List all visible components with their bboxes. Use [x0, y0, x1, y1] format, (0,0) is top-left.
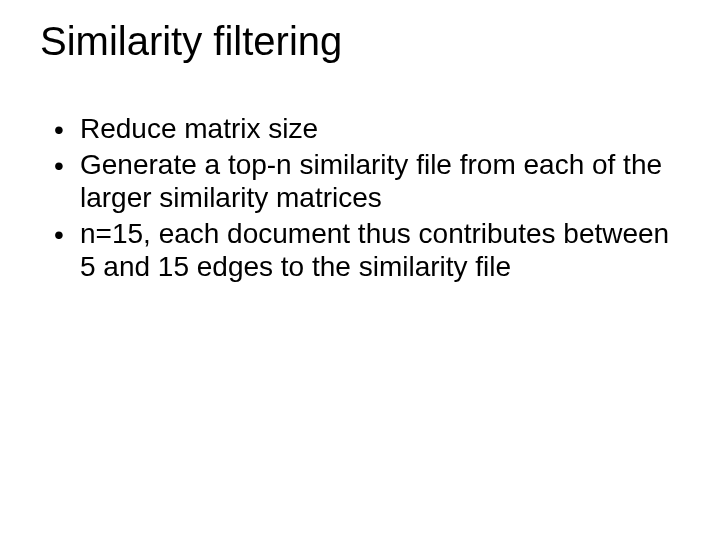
bullet-icon: •	[54, 149, 64, 183]
slide-title: Similarity filtering	[40, 18, 680, 64]
bullet-icon: •	[54, 113, 64, 147]
bullet-text: n=15, each document thus contributes bet…	[80, 218, 669, 283]
list-item: • n=15, each document thus contributes b…	[46, 217, 680, 284]
slide: Similarity filtering • Reduce matrix siz…	[0, 0, 720, 540]
list-item: • Reduce matrix size	[46, 112, 680, 146]
bullet-icon: •	[54, 218, 64, 252]
list-item: • Generate a top-n similarity file from …	[46, 148, 680, 215]
bullet-text: Generate a top-n similarity file from ea…	[80, 149, 662, 214]
bullet-list: • Reduce matrix size • Generate a top-n …	[40, 112, 680, 284]
bullet-text: Reduce matrix size	[80, 113, 318, 144]
